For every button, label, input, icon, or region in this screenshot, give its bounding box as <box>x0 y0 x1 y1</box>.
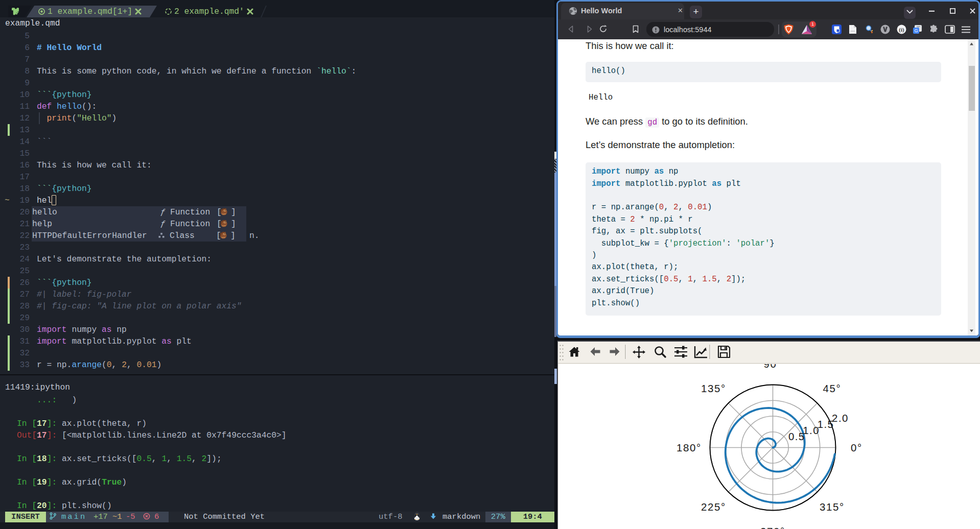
svg-text:180°: 180° <box>676 442 702 453</box>
svg-text:90°: 90° <box>764 364 782 370</box>
svg-text:270°: 270° <box>760 525 785 529</box>
svg-text:225°: 225° <box>701 501 726 513</box>
svg-text:315°: 315° <box>820 501 845 513</box>
svg-text:135°: 135° <box>701 382 726 394</box>
svg-text:45°: 45° <box>823 382 842 394</box>
svg-text:(i): (i) <box>899 27 904 33</box>
svg-text:0°: 0° <box>851 442 862 453</box>
svg-text:G: G <box>914 28 918 33</box>
svg-text:2.0: 2.0 <box>832 412 849 424</box>
